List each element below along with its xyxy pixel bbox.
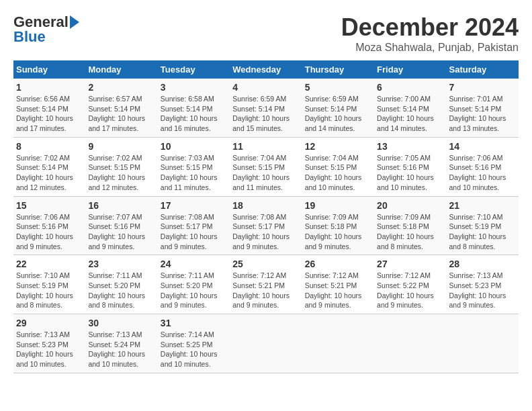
day-info: Sunrise: 7:09 AMSunset: 5:18 PMDaylight:… [377, 212, 443, 252]
calendar-cell: 29 Sunrise: 7:13 AMSunset: 5:23 PMDaylig… [13, 314, 85, 373]
day-number: 19 [305, 200, 371, 211]
day-info: Sunrise: 7:01 AMSunset: 5:14 PMDaylight:… [449, 94, 516, 134]
day-number: 24 [161, 259, 227, 269]
calendar-cell: 6 Sunrise: 7:00 AMSunset: 5:14 PMDayligh… [374, 79, 446, 137]
calendar-cell: 18 Sunrise: 7:08 AMSunset: 5:17 PMDaylig… [230, 196, 302, 255]
day-number: 17 [161, 200, 227, 211]
day-number: 7 [449, 82, 516, 93]
day-info: Sunrise: 7:00 AMSunset: 5:14 PMDaylight:… [377, 94, 443, 134]
day-number: 21 [449, 200, 516, 211]
calendar-week-row: 29 Sunrise: 7:13 AMSunset: 5:23 PMDaylig… [13, 314, 519, 373]
day-info: Sunrise: 7:02 AMSunset: 5:14 PMDaylight:… [16, 153, 83, 193]
calendar-cell: 3 Sunrise: 6:58 AMSunset: 5:14 PMDayligh… [158, 79, 230, 137]
calendar-cell: 4 Sunrise: 6:59 AMSunset: 5:14 PMDayligh… [230, 79, 302, 137]
day-info: Sunrise: 7:04 AMSunset: 5:15 PMDaylight:… [232, 153, 299, 193]
day-info: Sunrise: 7:02 AMSunset: 5:15 PMDaylight:… [88, 153, 154, 193]
col-header-sunday: Sunday [13, 60, 85, 79]
day-info: Sunrise: 7:12 AMSunset: 5:21 PMDaylight:… [232, 271, 299, 310]
calendar-cell: 17 Sunrise: 7:08 AMSunset: 5:17 PMDaylig… [158, 196, 230, 255]
day-info: Sunrise: 7:09 AMSunset: 5:18 PMDaylight:… [305, 212, 371, 252]
day-number: 10 [161, 141, 227, 152]
calendar-cell: 13 Sunrise: 7:05 AMSunset: 5:16 PMDaylig… [374, 137, 446, 196]
col-header-saturday: Saturday [447, 60, 519, 79]
calendar-week-row: 8 Sunrise: 7:02 AMSunset: 5:14 PMDayligh… [13, 137, 519, 196]
logo-blue: Blue [13, 28, 46, 46]
logo: General Blue [13, 13, 79, 46]
logo-arrow-icon [70, 15, 79, 29]
col-header-monday: Monday [85, 60, 157, 79]
day-number: 4 [232, 82, 299, 93]
calendar-cell [374, 314, 446, 373]
calendar-cell: 27 Sunrise: 7:12 AMSunset: 5:22 PMDaylig… [374, 255, 446, 314]
calendar-cell: 31 Sunrise: 7:14 AMSunset: 5:25 PMDaylig… [158, 314, 230, 373]
day-number: 30 [88, 318, 154, 328]
day-number: 11 [232, 141, 299, 152]
day-number: 3 [161, 82, 227, 93]
day-number: 29 [16, 318, 83, 328]
col-header-friday: Friday [374, 60, 446, 79]
col-header-thursday: Thursday [302, 60, 374, 79]
calendar-cell: 1 Sunrise: 6:56 AMSunset: 5:14 PMDayligh… [13, 79, 85, 137]
calendar-header-row: SundayMondayTuesdayWednesdayThursdayFrid… [13, 60, 519, 79]
calendar-cell: 2 Sunrise: 6:57 AMSunset: 5:14 PMDayligh… [85, 79, 157, 137]
calendar-cell: 9 Sunrise: 7:02 AMSunset: 5:15 PMDayligh… [85, 137, 157, 196]
calendar-cell: 12 Sunrise: 7:04 AMSunset: 5:15 PMDaylig… [302, 137, 374, 196]
day-number: 22 [16, 259, 83, 269]
page-header: General Blue December 2024 Moza Shahwala… [13, 13, 519, 54]
calendar-cell [230, 314, 302, 373]
day-info: Sunrise: 7:06 AMSunset: 5:16 PMDaylight:… [16, 212, 83, 252]
calendar-cell: 19 Sunrise: 7:09 AMSunset: 5:18 PMDaylig… [302, 196, 374, 255]
calendar-cell: 25 Sunrise: 7:12 AMSunset: 5:21 PMDaylig… [230, 255, 302, 314]
day-number: 23 [88, 259, 154, 269]
day-number: 27 [377, 259, 443, 269]
calendar-cell: 23 Sunrise: 7:11 AMSunset: 5:20 PMDaylig… [85, 255, 157, 314]
calendar-cell: 26 Sunrise: 7:12 AMSunset: 5:21 PMDaylig… [302, 255, 374, 314]
day-number: 20 [377, 200, 443, 211]
day-info: Sunrise: 7:13 AMSunset: 5:23 PMDaylight:… [16, 330, 83, 369]
day-number: 8 [16, 141, 83, 152]
day-info: Sunrise: 7:12 AMSunset: 5:21 PMDaylight:… [305, 271, 371, 310]
calendar-cell: 20 Sunrise: 7:09 AMSunset: 5:18 PMDaylig… [374, 196, 446, 255]
calendar-week-row: 15 Sunrise: 7:06 AMSunset: 5:16 PMDaylig… [13, 196, 519, 255]
calendar-cell: 22 Sunrise: 7:10 AMSunset: 5:19 PMDaylig… [13, 255, 85, 314]
day-number: 16 [88, 200, 154, 211]
calendar-cell: 5 Sunrise: 6:59 AMSunset: 5:14 PMDayligh… [302, 79, 374, 137]
calendar-cell: 30 Sunrise: 7:13 AMSunset: 5:24 PMDaylig… [85, 314, 157, 373]
day-number: 13 [377, 141, 443, 152]
day-info: Sunrise: 6:56 AMSunset: 5:14 PMDaylight:… [16, 94, 83, 134]
month-title: December 2024 [341, 13, 519, 42]
day-number: 12 [305, 141, 371, 152]
day-number: 28 [449, 259, 516, 269]
day-info: Sunrise: 6:59 AMSunset: 5:14 PMDaylight:… [232, 94, 299, 134]
calendar-table: SundayMondayTuesdayWednesdayThursdayFrid… [13, 60, 519, 373]
day-number: 18 [232, 200, 299, 211]
day-info: Sunrise: 7:05 AMSunset: 5:16 PMDaylight:… [377, 153, 443, 193]
day-info: Sunrise: 6:59 AMSunset: 5:14 PMDaylight:… [305, 94, 371, 134]
calendar-cell [447, 314, 519, 373]
day-info: Sunrise: 7:13 AMSunset: 5:24 PMDaylight:… [88, 330, 154, 369]
day-number: 25 [232, 259, 299, 269]
calendar-cell: 21 Sunrise: 7:10 AMSunset: 5:19 PMDaylig… [447, 196, 519, 255]
day-info: Sunrise: 7:03 AMSunset: 5:15 PMDaylight:… [161, 153, 227, 193]
day-info: Sunrise: 7:14 AMSunset: 5:25 PMDaylight:… [161, 330, 227, 369]
day-info: Sunrise: 7:07 AMSunset: 5:16 PMDaylight:… [88, 212, 154, 252]
day-info: Sunrise: 7:11 AMSunset: 5:20 PMDaylight:… [88, 271, 154, 310]
calendar-week-row: 1 Sunrise: 6:56 AMSunset: 5:14 PMDayligh… [13, 79, 519, 137]
calendar-week-row: 22 Sunrise: 7:10 AMSunset: 5:19 PMDaylig… [13, 255, 519, 314]
day-info: Sunrise: 6:57 AMSunset: 5:14 PMDaylight:… [88, 94, 154, 134]
col-header-wednesday: Wednesday [230, 60, 302, 79]
day-info: Sunrise: 7:11 AMSunset: 5:20 PMDaylight:… [161, 271, 227, 310]
calendar-cell: 24 Sunrise: 7:11 AMSunset: 5:20 PMDaylig… [158, 255, 230, 314]
day-info: Sunrise: 7:04 AMSunset: 5:15 PMDaylight:… [305, 153, 371, 193]
calendar-cell: 7 Sunrise: 7:01 AMSunset: 5:14 PMDayligh… [447, 79, 519, 137]
col-header-tuesday: Tuesday [158, 60, 230, 79]
calendar-cell [302, 314, 374, 373]
calendar-cell: 16 Sunrise: 7:07 AMSunset: 5:16 PMDaylig… [85, 196, 157, 255]
day-info: Sunrise: 7:08 AMSunset: 5:17 PMDaylight:… [161, 212, 227, 252]
location: Moza Shahwala, Punjab, Pakistan [341, 42, 519, 54]
day-info: Sunrise: 7:13 AMSunset: 5:23 PMDaylight:… [449, 271, 516, 310]
day-number: 14 [449, 141, 516, 152]
day-info: Sunrise: 7:10 AMSunset: 5:19 PMDaylight:… [16, 271, 83, 310]
day-number: 6 [377, 82, 443, 93]
calendar-cell: 14 Sunrise: 7:06 AMSunset: 5:16 PMDaylig… [447, 137, 519, 196]
